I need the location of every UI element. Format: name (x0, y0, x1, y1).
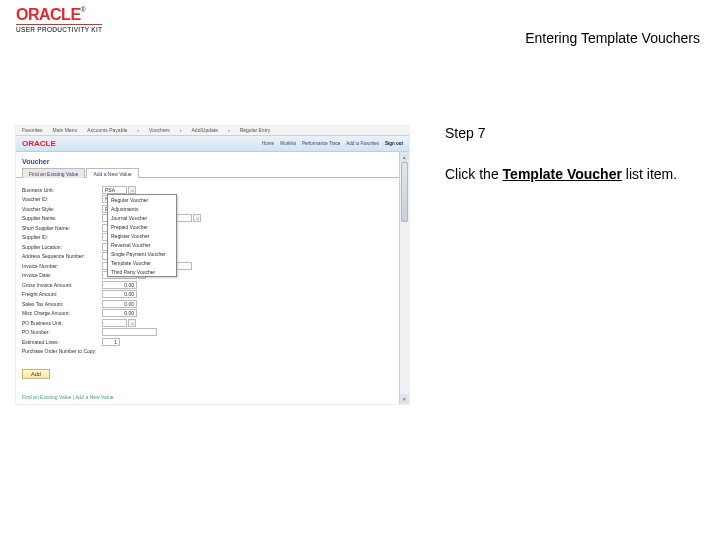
oracle-logo-block: ORACLE® USER PRODUCTIVITY KIT (16, 6, 102, 33)
sloc-label: Supplier Location: (22, 244, 102, 250)
poh-label: Purchase Order Number to Copy: (22, 348, 122, 354)
list-item[interactable]: Single Payment Voucher (108, 249, 176, 258)
page-title: Voucher (16, 152, 409, 168)
sname-label: Supplier Name: (22, 215, 102, 221)
pobu-label: PO Business Unit: (22, 320, 102, 326)
sales-input[interactable]: 0.00 (102, 300, 137, 308)
oracle-logo: ORACLE® (16, 6, 102, 24)
vid-label: Voucher ID: (22, 196, 102, 202)
sales-label: Sales Tax Amount: (22, 301, 102, 307)
elines-label: Estimated Lines: (22, 339, 102, 345)
freight-input[interactable]: 0.00 (102, 290, 137, 298)
list-item[interactable]: Third Party Voucher (108, 267, 176, 276)
gross-label: Gross Invoice Amount: (22, 282, 102, 288)
step-label: Step 7 (445, 125, 705, 141)
bu-input[interactable]: PSA (102, 186, 127, 194)
app-header: ORACLE HomeWorklistPerformance TraceAdd … (16, 136, 409, 152)
voucher-form: Business Unit:PSA⌕ Voucher ID:NEXT Vouch… (16, 178, 409, 363)
voucher-style-dropdown[interactable]: Regular Voucher Adjustments Journal Vouc… (107, 194, 177, 277)
app-brand: ORACLE (22, 139, 56, 148)
elines-input[interactable]: 1 (102, 338, 120, 346)
misc-input[interactable]: 0.00 (102, 309, 137, 317)
tab-find[interactable]: Find an Existing Value (22, 168, 85, 178)
instruction-panel: Step 7 Click the Template Voucher list i… (445, 125, 705, 183)
pobu-input[interactable] (102, 319, 127, 327)
misc-label: Misc Charge Amount: (22, 310, 102, 316)
ponum-input[interactable] (102, 328, 157, 336)
aseq-label: Address Sequence Number: (22, 253, 102, 259)
scroll-up-icon[interactable]: ▴ (400, 152, 409, 162)
scrollbar[interactable]: ▴ ▾ (399, 152, 409, 404)
lookup-icon[interactable]: ⌕ (193, 214, 201, 222)
logo-subtitle: USER PRODUCTIVITY KIT (16, 24, 102, 33)
list-item[interactable]: Regular Voucher (108, 195, 176, 204)
lookup-icon[interactable]: ⌕ (128, 186, 136, 194)
scroll-thumb[interactable] (401, 162, 408, 222)
lookup-icon[interactable]: ⌕ (128, 319, 136, 327)
list-item[interactable]: Reversal Voucher (108, 240, 176, 249)
list-item[interactable]: Register Voucher (108, 231, 176, 240)
idate-label: Invoice Date: (22, 272, 102, 278)
bu-label: Business Unit: (22, 187, 102, 193)
add-button[interactable]: Add (22, 369, 50, 379)
list-item[interactable]: Adjustments (108, 204, 176, 213)
tab-add[interactable]: Add a New Value (86, 168, 138, 178)
list-item[interactable]: Journal Voucher (108, 213, 176, 222)
sid-label: Supplier ID: (22, 234, 102, 240)
vstyle-label: Voucher Style: (22, 206, 102, 212)
ponum-label: PO Number: (22, 329, 102, 335)
breadcrumb: FavoritesMain MenuAccounts Payable›Vouch… (16, 126, 409, 136)
ssname-label: Short Supplier Name: (22, 225, 102, 231)
freight-label: Freight Amount: (22, 291, 102, 297)
app-screenshot: FavoritesMain MenuAccounts Payable›Vouch… (15, 125, 410, 405)
document-title: Entering Template Vouchers (525, 30, 700, 46)
list-item[interactable]: Prepaid Voucher (108, 222, 176, 231)
scroll-down-icon[interactable]: ▾ (400, 394, 409, 404)
header-links: HomeWorklistPerformance TraceAdd to Favo… (262, 141, 403, 146)
list-item-template-voucher[interactable]: Template Voucher (108, 258, 176, 267)
footer-links[interactable]: Find an Existing Value | Add a New Value (22, 394, 113, 400)
inv-label: Invoice Number: (22, 263, 102, 269)
gross-input[interactable]: 0.00 (102, 281, 137, 289)
step-instruction: Click the Template Voucher list item. (445, 165, 705, 183)
